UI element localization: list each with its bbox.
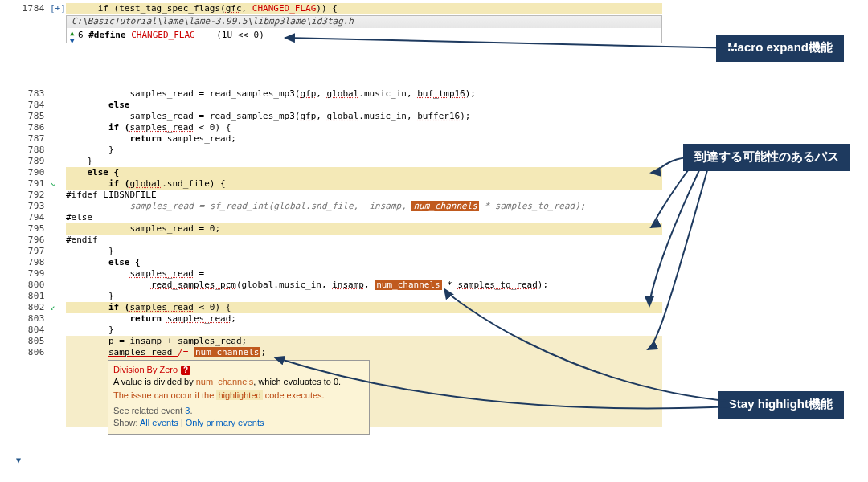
line-number: 787 [0,133,50,145]
line-number: 800 [0,280,50,291]
macro-definition: 6 #define CHANGED_FLAG (1U << 0) [78,30,264,41]
code-line: return samples_read; [66,313,868,325]
line-number: 788 [0,145,50,156]
code-line: samples_read /= num_channels; [66,347,662,358]
code-line: #else [66,212,868,223]
line-number: 797 [0,246,50,257]
code-line: } [66,246,868,257]
line-number: 794 [0,212,50,223]
code-line: if (samples_read < 0) { [66,122,868,133]
triangle-down-icon: ▼ [70,35,74,47]
diagnostic-line: A value is divided by num_channels, whic… [113,376,364,388]
code-line: } [66,325,868,336]
diagnostic-line: See related event 3. [113,405,364,417]
diagnostic-show-row: Show: All events | Only primary events [113,417,364,429]
fold-down-icon[interactable]: ▼ [16,456,21,464]
macro-expand-panel: ▲ ▼ 6 #define CHANGED_FLAG (1U << 0) [66,28,662,43]
code-line: samples_read = 0; [66,223,662,235]
line-number: 803 [0,313,50,325]
show-all-link[interactable]: All events [140,418,178,427]
definition-path-bar: C:\BasicTutorial\lame\lame-3.99.5\libmp3… [66,15,662,29]
code-line: if (global.snd_file) { [66,178,662,190]
code-line: #ifdef LIBSNDFILE [66,190,868,201]
screenshot-root: { "topLine": "1784", "plus": "[+]", "hea… [0,0,868,482]
line-number: 795 [0,223,50,235]
show-primary-link[interactable]: Only primary events [186,418,264,427]
line-number: 801 [0,291,50,302]
code-line: } [66,291,868,302]
line-number: 806 [0,347,50,358]
line-number: 1784 [0,3,50,14]
line-number: 789 [0,156,50,167]
code-line: read_samples_pcm(global.music_in, insamp… [66,280,868,291]
annotation-stay: Stay highlight機能 [718,391,844,419]
code-line: else { [66,167,662,178]
line-number: 805 [0,336,50,347]
code-line: samples_read = read_samples_mp3(gfp, glo… [66,111,868,122]
annotation-macro: Macro expand機能 [716,35,844,62]
line-number: 802 [0,302,50,313]
line-number: 796 [0,235,50,246]
expand-icon[interactable]: [+] [50,3,66,14]
line-number: 804 [0,325,50,336]
help-icon[interactable]: ? [181,366,190,375]
annotation-paths: 到達する可能性のあるパス [683,144,850,171]
code-line: samples_read = sf_read_int(global.snd_fi… [66,201,868,212]
diagnostic-panel: Division By Zero? A value is divided by … [108,360,370,435]
code-line: else { [66,257,868,268]
diagnostic-title-row: Division By Zero? [113,364,364,376]
macro-call-line: if (test_tag_spec_flags(gfc, CHANGED_FLA… [66,3,662,14]
code-line: p = insamp + samples_read; [66,336,662,347]
line-number: 784 [0,100,50,111]
line-number: 786 [0,122,50,133]
code-line: samples_read = read_samples_mp3(gfp, glo… [66,88,868,100]
code-line: if (samples_read < 0) { [66,302,662,313]
line-number: 793 [0,201,50,212]
line-number: 791 [0,178,50,190]
line-number: 790 [0,167,50,178]
line-number: 792 [0,190,50,201]
code-line: else [66,100,868,111]
code-line: samples_read = [66,268,868,280]
diagnostic-line: The issue can occur if the highlighted c… [113,390,364,402]
line-number: 783 [0,88,50,100]
line-number: 785 [0,111,50,122]
line-number: 799 [0,268,50,280]
flow-arrow-icon: ↙ [50,302,55,313]
line-number: 798 [0,257,50,268]
flow-arrow-icon: ↘ [50,178,55,190]
code-line: return samples_read; [66,133,868,145]
code-line: #endif [66,235,868,246]
